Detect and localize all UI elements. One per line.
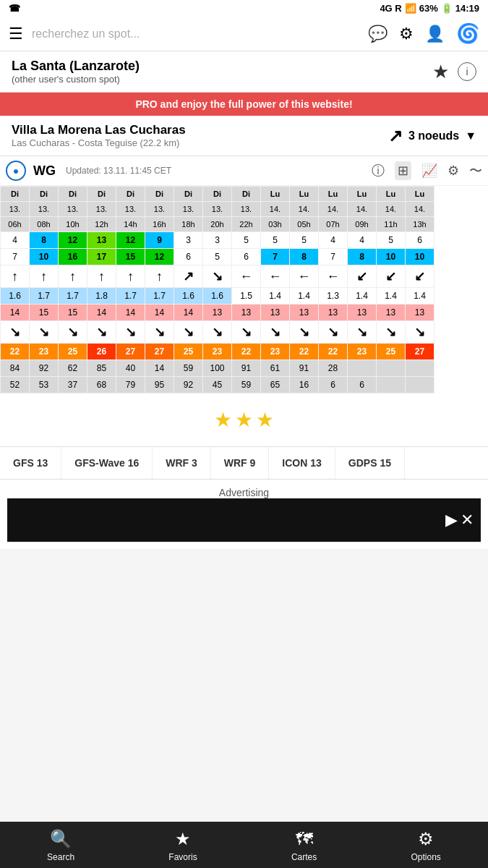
wg-logo: ● xyxy=(6,161,26,181)
location-actions: ★ i xyxy=(432,61,476,83)
star-1: ★ xyxy=(214,409,232,431)
phone-icon: ☎ xyxy=(9,3,20,14)
wg-grid-icon[interactable]: ⊞ xyxy=(395,161,411,180)
search-placeholder[interactable]: recherchez un spot... xyxy=(32,27,359,41)
location-subtitle: (other user's custom spot) xyxy=(12,74,140,85)
wg-wave-icon[interactable]: 〜 xyxy=(469,162,482,179)
location-title: La Santa (Lanzarote) xyxy=(12,59,140,74)
wg-info-icon[interactable]: ⓘ xyxy=(372,162,385,179)
location-header: La Santa (Lanzarote) (other user's custo… xyxy=(0,51,488,93)
signal-icon: 📶 xyxy=(405,3,416,14)
user-icon[interactable]: 👤 xyxy=(425,25,445,43)
star-2: ★ xyxy=(235,409,253,431)
tab-wrf9[interactable]: WRF 9 xyxy=(211,447,270,479)
station-name: Villa La Morena Las Cucharas xyxy=(12,123,186,137)
wind-info: ↗ 3 noeuds ▼ xyxy=(388,126,476,146)
station-location: Las Cucharas - Costa Teguise (22.2 km) xyxy=(12,137,186,148)
station-row: Villa La Morena Las Cucharas Las Cuchara… xyxy=(0,116,488,156)
tab-gfswave16[interactable]: GFS-Wave 16 xyxy=(61,447,153,479)
nav-bar: ☰ recherchez un spot... 💬 ⚙ 👤 🌀 xyxy=(0,17,488,51)
tab-gfs13[interactable]: GFS 13 xyxy=(0,447,61,479)
wind-direction-arrow: ↗ xyxy=(388,126,403,146)
ad-icon-1: ▶ xyxy=(445,511,458,529)
network-label: 4G R xyxy=(380,3,401,14)
ad-icons: ▶ ✕ xyxy=(445,511,474,529)
pro-banner[interactable]: PRO and enjoy the full power of this web… xyxy=(0,93,488,116)
location-info: La Santa (Lanzarote) (other user's custo… xyxy=(12,59,140,85)
favorite-star-icon[interactable]: ★ xyxy=(432,61,449,83)
battery-icon: 🔋 xyxy=(441,3,453,14)
grid-container: DiDiDiDiDiDiDiDiDiLuLuLuLuLuLu13.13.13.1… xyxy=(0,186,488,393)
tab-wrf3[interactable]: WRF 3 xyxy=(153,447,211,479)
tab-gdps15[interactable]: GDPS 15 xyxy=(335,447,405,479)
ad-banner: ▶ ✕ xyxy=(7,498,481,542)
menu-icon[interactable]: ☰ xyxy=(9,25,23,43)
forecast-tabs: GFS 13 GFS-Wave 16 WRF 3 WRF 9 ICON 13 G… xyxy=(0,446,488,480)
logo-icon[interactable]: 🌀 xyxy=(456,22,479,45)
status-bar: ☎ 4G R 📶 63% 🔋 14:19 xyxy=(0,0,488,17)
wg-settings-icon[interactable]: ⚙ xyxy=(448,163,459,179)
wg-header: ● WG Updated: 13.11. 11:45 CET ⓘ ⊞ 📈 ⚙ 〜 xyxy=(0,156,488,186)
wg-chart-icon[interactable]: 📈 xyxy=(421,163,437,179)
settings-icon[interactable]: ⚙ xyxy=(399,25,414,43)
chat-icon[interactable]: 💬 xyxy=(368,25,388,43)
time-label: 14:19 xyxy=(455,3,479,14)
status-right: 4G R 📶 63% 🔋 14:19 xyxy=(380,3,479,14)
wg-tool-icons: ⓘ ⊞ 📈 ⚙ 〜 xyxy=(372,161,482,180)
station-info: Villa La Morena Las Cucharas Las Cuchara… xyxy=(12,123,186,148)
wind-dropdown-icon[interactable]: ▼ xyxy=(465,129,476,142)
ad-icon-2: ✕ xyxy=(461,511,474,529)
nav-icons: 💬 ⚙ 👤 🌀 xyxy=(368,22,479,45)
wg-section: ● WG Updated: 13.11. 11:45 CET ⓘ ⊞ 📈 ⚙ 〜… xyxy=(0,156,488,393)
wg-logo-ring: ● xyxy=(13,165,19,176)
star-3: ★ xyxy=(256,409,274,431)
advertising-label: Advertising xyxy=(7,487,481,498)
stars-section: ★ ★ ★ xyxy=(0,393,488,446)
info-icon[interactable]: i xyxy=(458,62,476,81)
advertising-section: Advertising ▶ ✕ xyxy=(0,480,488,549)
wg-updated: Updated: 13.11. 11:45 CET xyxy=(66,166,171,176)
wg-label: WG xyxy=(33,163,56,179)
forecast-grid: DiDiDiDiDiDiDiDiDiLuLuLuLuLuLu13.13.13.1… xyxy=(0,186,488,393)
pro-banner-text: PRO and enjoy the full power of this web… xyxy=(135,98,352,110)
wind-speed: 3 noeuds xyxy=(408,129,459,142)
battery-label: 63% xyxy=(419,3,438,14)
tab-icon13[interactable]: ICON 13 xyxy=(269,447,335,479)
status-left: ☎ xyxy=(9,3,20,14)
